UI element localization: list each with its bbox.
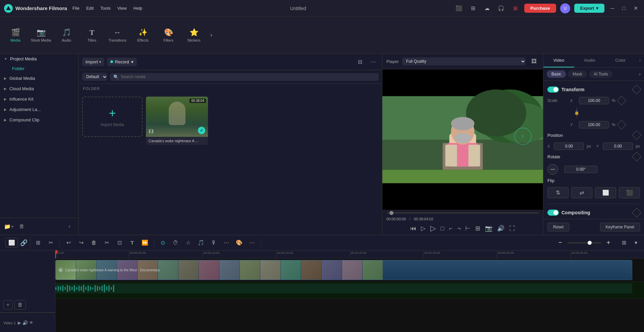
select-tool-button[interactable]: ⊞ — [33, 237, 43, 248]
menu-help[interactable]: Help — [133, 6, 143, 11]
track-speaker-icon[interactable]: 🔊 — [22, 320, 28, 325]
loop-button[interactable]: □ — [441, 225, 444, 232]
tab-video[interactable]: Video — [543, 54, 574, 67]
tab-audio[interactable]: Audio — [574, 54, 605, 67]
menu-tools[interactable]: Tools — [100, 6, 110, 11]
compositing-keyframe-button[interactable] — [632, 208, 641, 217]
sidebar-folder-item[interactable]: Folder — [0, 64, 78, 73]
layout-icon[interactable]: ⊞ — [468, 3, 478, 13]
record-button[interactable]: Record ▾ — [107, 58, 137, 66]
tab-color[interactable]: Color — [605, 54, 636, 67]
add-video-track-button[interactable]: ⬜ — [5, 238, 18, 247]
crop-timeline-button[interactable]: ⊡ — [114, 237, 125, 248]
ribbon-item-audio[interactable]: 🎵 Audio — [54, 20, 78, 50]
minimize-button[interactable]: ─ — [608, 5, 616, 11]
more-options-icon[interactable]: ⋯ — [368, 56, 379, 67]
image-mode-icon[interactable]: 🖼 — [529, 56, 539, 66]
text-button[interactable]: T — [127, 237, 138, 248]
redo-button[interactable]: ↪ — [76, 237, 87, 248]
link-button[interactable]: 🔗 — [20, 238, 28, 247]
more-button[interactable]: ⋯ — [247, 237, 257, 248]
seek-handle[interactable] — [389, 211, 393, 215]
user-avatar[interactable]: U — [560, 3, 570, 13]
volume-button[interactable]: 🔊 — [497, 225, 504, 232]
subtab-mask[interactable]: Mask — [568, 70, 587, 78]
step-back-button[interactable]: ⏮ — [410, 225, 416, 232]
ribbon-more-button[interactable]: › — [207, 20, 215, 50]
flip-horizontal-button[interactable]: ⇅ — [547, 187, 569, 198]
ribbon-item-filters[interactable]: 🎨 Filters — [156, 20, 180, 50]
mark-in-button[interactable]: ⌐ — [449, 225, 452, 232]
delete-folder-button[interactable]: 🗑 — [17, 221, 27, 231]
video-clip[interactable]: ▶ Canada's woke nightmare A warning to t… — [55, 260, 632, 280]
undo-button[interactable]: ↩ — [63, 237, 74, 248]
collapse-sidebar-button[interactable]: ‹ — [64, 221, 74, 231]
reset-button[interactable]: Reset — [547, 223, 569, 231]
rotate-keyframe-button[interactable] — [632, 152, 641, 161]
import-media-placeholder[interactable]: + Import Media — [82, 97, 143, 137]
menu-file[interactable]: File — [72, 6, 79, 11]
sidebar-item-adjustment-layer[interactable]: ▶ Adjustment La... — [0, 104, 78, 115]
fullscreen-button[interactable]: ⛶ — [509, 225, 515, 232]
add-to-timeline-button[interactable]: ⊞ — [475, 225, 480, 232]
menu-edit[interactable]: Edit — [86, 6, 94, 11]
color-match-button[interactable]: 🎨 — [234, 237, 245, 248]
play-prev-frame-button[interactable]: ▷ — [421, 225, 426, 232]
view-select[interactable]: Default — [82, 73, 107, 81]
filter-icon[interactable]: ⊟ — [355, 56, 365, 67]
play-button[interactable]: ▷ — [430, 224, 436, 233]
track-eye-icon[interactable]: 👁 — [29, 320, 34, 325]
flip-h-button2[interactable]: ⬜ — [595, 187, 616, 198]
scale-x-input[interactable] — [579, 97, 609, 104]
zoom-in-button[interactable]: + — [603, 237, 614, 248]
split-button[interactable]: ⊢ — [465, 225, 471, 232]
pos-y-input[interactable] — [603, 143, 633, 150]
add-media-track-button[interactable]: + — [3, 300, 12, 310]
keyframe-panel-button[interactable]: Keyframe Panel — [600, 223, 640, 231]
close-button[interactable]: ✕ — [632, 5, 640, 11]
sidebar-item-project-media[interactable]: ▼ Project Media — [0, 54, 78, 64]
timeline-playhead[interactable] — [55, 251, 56, 258]
maximize-button[interactable]: □ — [620, 5, 628, 11]
sidebar-item-influence-kit[interactable]: ▶ Influence Kit — [0, 94, 78, 104]
sidebar-item-cloud-media[interactable]: ▶ Cloud Media — [0, 84, 78, 94]
cloud-icon[interactable]: ☁ — [482, 3, 492, 13]
track-play-icon[interactable]: ▶ — [18, 320, 21, 325]
ribbon-item-titles[interactable]: T Titles — [80, 20, 104, 50]
ribbon-item-stickers[interactable]: ⭐ Stickers — [182, 20, 206, 50]
monitor-icon[interactable]: ⬛ — [454, 3, 464, 13]
grid-icon[interactable]: ⊞ — [510, 3, 520, 13]
transform-toggle[interactable] — [547, 87, 559, 93]
add-folder-button[interactable]: 📁+ — [4, 221, 14, 231]
delete-media-track-button[interactable]: 🗑 — [14, 300, 26, 310]
search-input[interactable] — [121, 74, 375, 79]
menu-view[interactable]: View — [117, 6, 127, 11]
speed-button[interactable]: ⏱ — [170, 237, 181, 248]
mark-out-button[interactable]: ¬ — [457, 225, 461, 232]
ribbon-item-transitions[interactable]: ↔ Transitions — [105, 20, 129, 50]
delete-button[interactable]: 🗑 — [89, 237, 99, 248]
zoom-out-button[interactable]: − — [555, 237, 566, 248]
headset-icon[interactable]: 🎧 — [496, 3, 506, 13]
quality-select[interactable]: Full Quality — [402, 57, 526, 65]
zoom-handle[interactable] — [588, 241, 592, 245]
ribbon-item-stock-media[interactable]: 📷 Stock Media — [29, 20, 53, 50]
scale-y-keyframe[interactable] — [617, 120, 626, 129]
ribbon-item-media[interactable]: 🎬 Media — [3, 20, 28, 50]
transform-keyframe-button[interactable] — [632, 85, 641, 94]
rotate-dial[interactable] — [547, 164, 558, 175]
snap-button[interactable]: ⊙ — [157, 237, 168, 248]
timeline-options-button[interactable]: ▾ — [631, 237, 641, 248]
seek-bar[interactable] — [386, 212, 539, 214]
sidebar-item-compound-clip[interactable]: ▶ Compound Clip — [0, 115, 78, 125]
zoom-track[interactable] — [568, 242, 601, 243]
flip-vertical-button[interactable]: ⇄ — [571, 187, 592, 198]
flip-v-button2[interactable]: ⬛ — [619, 187, 640, 198]
position-keyframe-button[interactable] — [632, 130, 641, 140]
purchase-button[interactable]: Purchase — [524, 4, 556, 13]
export-button[interactable]: Export ▾ — [574, 4, 604, 13]
timeline-layout-button[interactable]: ⊞ — [619, 237, 629, 248]
stabilize-button[interactable]: ☆ — [183, 237, 194, 248]
scale-y-input[interactable] — [579, 121, 609, 128]
pos-x-input[interactable] — [554, 143, 584, 150]
